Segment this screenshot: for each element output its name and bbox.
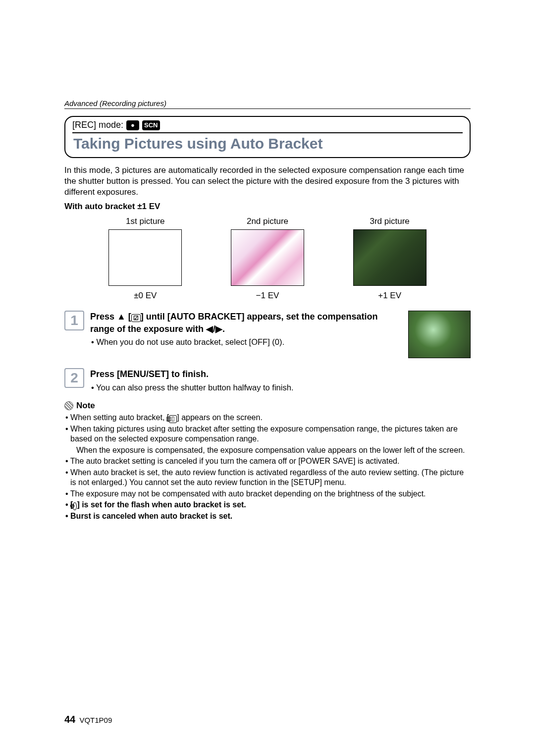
step-2-title: Press [MENU/SET] to finish. xyxy=(90,368,471,380)
step-2-bullet-text: You can also press the shutter button ha… xyxy=(96,383,293,392)
page-title: Taking Pictures using Auto Bracket xyxy=(73,135,463,152)
note-5: • The exposure may not be compensated wi… xyxy=(64,489,471,499)
note-4: • When auto bracket is set, the auto rev… xyxy=(64,468,471,488)
note-heading: Note xyxy=(64,401,471,411)
sample-2-label: 2nd picture xyxy=(225,216,310,226)
sample-3-image xyxy=(353,229,427,286)
sample-3: 3rd picture +1 EV xyxy=(348,216,432,301)
lcd-preview-image xyxy=(408,311,471,358)
section-header: Advanced (Recording pictures) xyxy=(64,99,471,109)
step-2-number: 2 xyxy=(64,368,84,388)
step-1-number: 1 xyxy=(64,311,84,330)
note-1-post: ] appears on the screen. xyxy=(177,413,263,422)
rec-mode-label: [REC] mode: xyxy=(72,120,123,130)
sample-2-ev: −1 EV xyxy=(225,291,310,301)
sample-1-label: 1st picture xyxy=(103,216,187,226)
step-1-bullet: • When you do not use auto bracket, sele… xyxy=(90,337,402,347)
step-1-bullet-text: When you do not use auto bracket, select… xyxy=(96,337,284,346)
step-2: 2 Press [MENU/SET] to finish. • You can … xyxy=(64,368,471,395)
step-1: 1 Press ▲ [☑] until [AUTO BRACKET] appea… xyxy=(64,311,402,349)
sample-2: 2nd picture −1 EV xyxy=(225,216,310,301)
sample-3-ev: +1 EV xyxy=(348,291,432,301)
intro-text: In this mode, 3 pictures are automatical… xyxy=(64,165,471,198)
samples-row: 1st picture ±0 EV 2nd picture −1 EV 3rd … xyxy=(84,216,451,301)
note-3-text: The auto bracket setting is canceled if … xyxy=(70,457,400,465)
note-4-text: When auto bracket is set, the auto revie… xyxy=(70,468,464,486)
doc-id: VQT1P09 xyxy=(79,716,112,724)
scene-mode-icon: SCN xyxy=(142,120,160,130)
sample-1: 1st picture ±0 EV xyxy=(103,216,187,301)
sample-1-ev: ±0 EV xyxy=(103,291,187,301)
note-2-text: When taking pictures using auto bracket … xyxy=(70,425,458,443)
note-2-sub: When the exposure is compensated, the ex… xyxy=(64,445,471,455)
note-6: • [⊘] is set for the flash when auto bra… xyxy=(64,500,471,510)
exposure-comp-icon: ☑ xyxy=(131,314,141,322)
auto-bracket-icon: ▤▯ xyxy=(169,415,177,423)
step-2-bullet: • You can also press the shutter button … xyxy=(90,382,471,393)
note-7-text: Burst is canceled when auto bracket is s… xyxy=(70,512,232,520)
page-footer: 44 VQT1P09 xyxy=(64,714,112,725)
note-2-sub-text: When the exposure is compensated, the ex… xyxy=(76,446,465,454)
camera-mode-icon: ● xyxy=(126,120,139,130)
step-1-title: Press ▲ [☑] until [AUTO BRACKET] appears… xyxy=(90,311,402,335)
divider xyxy=(72,132,463,133)
note-label: Note xyxy=(76,401,95,411)
step-1-title-pre: Press ▲ [ xyxy=(90,312,131,322)
sample-2-image xyxy=(231,229,304,286)
note-2: • When taking pictures using auto bracke… xyxy=(64,424,471,444)
note-list: • When setting auto bracket, [▤▯] appear… xyxy=(64,413,471,521)
note-6-post: ] is set for the flash when auto bracket… xyxy=(77,500,246,509)
subhead: With auto bracket ±1 EV xyxy=(64,202,471,212)
page-number: 44 xyxy=(64,714,75,725)
note-7: • Burst is canceled when auto bracket is… xyxy=(64,511,471,521)
sample-3-label: 3rd picture xyxy=(348,216,432,226)
note-1-pre: When setting auto bracket, [ xyxy=(70,413,169,422)
note-icon xyxy=(64,401,73,410)
title-block: [REC] mode: ● SCN Taking Pictures using … xyxy=(64,116,471,158)
note-5-text: The exposure may not be compensated with… xyxy=(70,489,426,498)
rec-mode-row: [REC] mode: ● SCN xyxy=(72,120,463,130)
note-1: • When setting auto bracket, [▤▯] appear… xyxy=(64,413,471,423)
sample-1-image xyxy=(108,229,182,286)
note-3: • The auto bracket setting is canceled i… xyxy=(64,456,471,466)
